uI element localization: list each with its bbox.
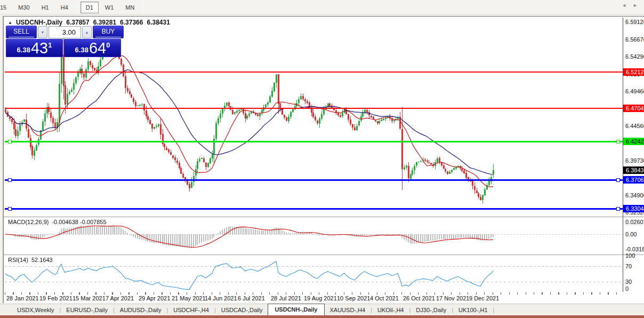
hline-price-badge: 6.47044 (623, 105, 644, 112)
date-axis-label: 6 Jul 2021 (238, 295, 265, 301)
one-click-trading-panel: SELL ▼ ▲ BUY 6.38 43 1 6.38 64 0 (6, 26, 122, 57)
tab-eurusd-daily[interactable]: EURUSD-,Daily (61, 305, 113, 315)
tab-ukoil-h4[interactable]: UKOil-,H4 (372, 305, 409, 315)
buy-price-pip: 0 (106, 41, 110, 49)
tab-usdx-weekly[interactable]: USDX,Weekly (12, 305, 59, 315)
sell-price-pip: 1 (48, 41, 52, 49)
lot-decrease-button[interactable]: ▼ (38, 26, 47, 38)
symbol-tab-bar: USDX,Weekly|EURUSD-,Daily|AUDUSD-,Daily|… (0, 304, 644, 315)
macd-name: MACD(12,26,9) (8, 219, 49, 225)
chart-window: ▲ USDCNH-,Daily 6.37857 6.39281 6.37366 … (3, 16, 644, 303)
macd-axis-tick: 0.00 (625, 231, 637, 237)
tab-usdcnh-daily[interactable]: USDCNH-,Daily (268, 304, 324, 315)
date-axis-label: 15 Mar 2021 (73, 295, 106, 301)
buy-button-label: BUY (95, 28, 120, 37)
tab-scroll-left-icon[interactable]: ◄ (622, 3, 626, 8)
tab-scroll-right-icon[interactable]: ► (633, 3, 638, 8)
sell-button[interactable]: SELL (6, 26, 37, 38)
rsi-axis-tick: 30 (625, 279, 632, 285)
date-axis-label: 10 Sep 2021 (337, 295, 370, 301)
tab-xauusd-h4[interactable]: XAUUSD-,H4 (325, 305, 371, 315)
tab-scroll-controls: ◄ ► (622, 3, 638, 8)
sell-button-label: SELL (9, 28, 34, 37)
buy-price-big: 64 (89, 41, 106, 55)
ohlc-close: 6.38431 (147, 19, 170, 26)
ohlc-open: 6.37857 (66, 19, 89, 26)
rsi-axis-tick: 100 (625, 252, 635, 259)
rsi-axis-tick: 70 (625, 263, 632, 269)
terminal-screen: 15M30H1H4D1W1MN ▲ USDCNH-,Daily 6.37857 … (0, 0, 644, 318)
sell-price-big: 43 (31, 41, 48, 55)
rsi-axis-tick: 0 (625, 285, 629, 292)
date-axis-ticks (5, 292, 623, 295)
date-axis-label: 9 Dec 2021 (469, 295, 499, 301)
date-axis-label: 26 Oct 2021 (403, 295, 435, 301)
date-axis-label: 4 Oct 2021 (370, 295, 399, 301)
hline-price-badge: 6.33041 (623, 205, 644, 212)
rsi-panel-canvas[interactable] (5, 256, 623, 292)
tab-usdchf-h4[interactable]: USDCHF-,H4 (168, 305, 214, 315)
buy-quote-box[interactable]: 6.38 64 0 (64, 39, 121, 57)
price-axis-tick: 6.34900 (625, 192, 644, 198)
price-axis-tick: 6.49460 (625, 88, 644, 94)
macd-label: MACD(12,26,9) -0.004638 -0.007855 (8, 219, 107, 225)
tab-uk100-h1[interactable]: UK100-,H1 (453, 305, 493, 315)
panel-separator[interactable] (4, 255, 644, 256)
chart-symbol-label: USDCNH-,Daily (16, 19, 62, 26)
buy-button[interactable]: BUY (93, 26, 124, 38)
timeframe-button-M30[interactable]: M30 (13, 2, 35, 13)
price-axis-tick: 6.59120 (625, 19, 644, 25)
one-click-collapse-icon[interactable]: ▲ (8, 20, 12, 25)
date-axis-label: 19 Feb 2021 (39, 295, 73, 301)
timeframe-button-H4[interactable]: H4 (55, 2, 74, 13)
timeframe-button-15[interactable]: 15 (0, 2, 12, 13)
tab-dj30-daily[interactable]: DJ30-,Daily (410, 305, 452, 315)
chart-title: ▲ USDCNH-,Daily 6.37857 6.39281 6.37366 … (8, 19, 170, 26)
current-price-badge: 6.38431 (623, 166, 644, 174)
sell-quote-box[interactable]: 6.38 43 1 (6, 39, 63, 57)
price-axis-tick: 6.44560 (625, 123, 644, 129)
ohlc-low: 6.37366 (120, 19, 143, 26)
date-axis-label: 28 Jul 2021 (271, 295, 301, 301)
ohlc-high: 6.39281 (93, 19, 116, 26)
date-axis-label: 17 Nov 2021 (436, 295, 469, 301)
hline-price-badge: 6.52126 (623, 68, 644, 76)
trade-buttons-row: SELL ▼ ▲ BUY (6, 26, 122, 38)
rsi-value: 52.1643 (31, 257, 53, 263)
lot-increase-button[interactable]: ▲ (82, 26, 92, 38)
tab-usdcad-daily[interactable]: USDCAD-,Daily (216, 305, 268, 315)
rsi-label: RSI(14) 52.1643 (8, 257, 53, 263)
date-axis-label: 14 Jun 2021 (205, 295, 237, 301)
quote-row: 6.38 43 1 6.38 64 0 (6, 39, 122, 57)
timeframe-button-H1[interactable]: H1 (36, 2, 54, 13)
panel-separator[interactable] (4, 217, 644, 218)
macd-axis-tick: -0.03187 (625, 246, 644, 252)
date-axis: 28 Jan 202119 Feb 202115 Mar 20217 Apr 2… (4, 292, 644, 304)
sell-price-prefix: 6.38 (17, 46, 30, 54)
rsi-name: RSI(14) (8, 257, 28, 263)
timeframe-button-MN[interactable]: MN (120, 2, 140, 13)
toolbar-separator (77, 2, 77, 13)
timeframe-buttons: 15M30H1H4D1W1MN (0, 2, 140, 13)
lot-size-input[interactable] (49, 26, 81, 38)
date-axis-label: 19 Aug 2021 (304, 295, 337, 301)
tab-audusd-daily[interactable]: AUDUSD-,Daily (115, 305, 167, 315)
hline-price-badge: 6.37063 (623, 176, 644, 184)
toolbar-separator (143, 2, 143, 13)
price-axis-line (623, 18, 623, 292)
date-axis-label: 7 Apr 2021 (106, 295, 134, 301)
timeframe-button-D1[interactable]: D1 (80, 2, 99, 13)
macd-axis-tick: 0.02607 (625, 219, 644, 225)
macd-values: -0.004638 -0.007855 (52, 219, 106, 225)
buy-price-prefix: 6.38 (75, 46, 88, 54)
price-axis-tick: 6.54290 (625, 53, 644, 60)
timeframe-button-W1[interactable]: W1 (100, 2, 119, 13)
bottom-accent-strip (0, 315, 644, 318)
hline-price-badge: 6.42424 (623, 138, 644, 145)
timeframe-toolbar: 15M30H1H4D1W1MN (0, 0, 644, 15)
price-axis-tick: 6.56670 (625, 36, 644, 43)
date-axis-label: 28 Jan 2021 (6, 295, 39, 301)
date-axis-label: 21 May 2021 (172, 295, 206, 301)
price-axis-tick: 6.39730 (625, 157, 644, 164)
date-axis-label: 29 Apr 2021 (139, 295, 170, 301)
